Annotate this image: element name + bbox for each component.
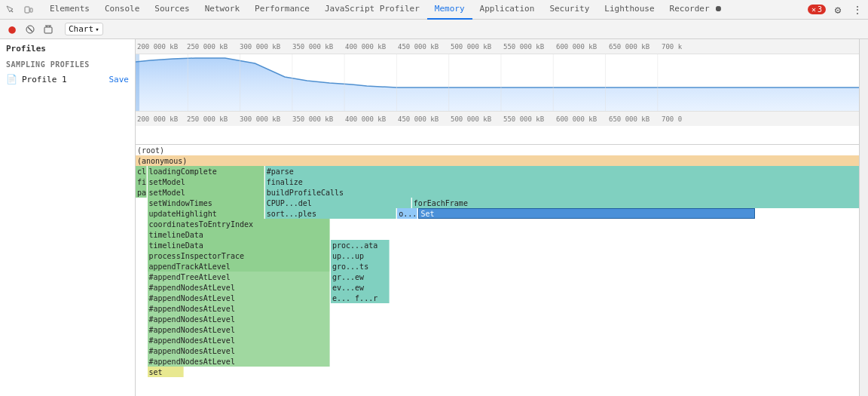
flame-cell-9-0[interactable]: timelineData	[148, 240, 331, 250]
ruler-label-0: 200 000 kB	[137, 43, 178, 51]
flame-cell-2-2[interactable]: #parse	[265, 166, 859, 177]
flame-cell-6-1[interactable]: sort...ples	[265, 208, 397, 219]
flame-row-5: setWindowTimesCPUP...delforEachFrame	[136, 198, 859, 208]
svg-rect-1	[30, 8, 32, 12]
record-button[interactable]: ●	[5, 22, 20, 37]
flame-cell-13-0[interactable]: #appendNodesAtLevel	[148, 282, 331, 293]
flame-cell-14-0[interactable]: #appendNodesAtLevel	[148, 293, 331, 303]
flame-row-15: #appendNodesAtLevel	[136, 303, 859, 314]
vertical-scrollbar[interactable]	[859, 39, 868, 396]
flame-row-3: fin...cesetModelfinalize	[136, 177, 859, 187]
flame-cell-8-0[interactable]: timelineData	[148, 229, 331, 240]
chart-type-select[interactable]: Chart ▾	[65, 23, 103, 35]
profile-item[interactable]: 📄 Profile 1 Save	[0, 71, 135, 87]
flame-row-16: #appendNodesAtLevel	[136, 314, 859, 324]
tab-console[interactable]: Console	[97, 0, 147, 20]
flame-cell-1-0[interactable]: (anonymous)	[136, 155, 859, 166]
flame-cell-4-1[interactable]: setModel	[148, 187, 264, 198]
timeline-area: 200 000 kB 250 000 kB 300 000 kB 350 000…	[136, 39, 859, 145]
ruler-bottom-6: 500 000 kB	[451, 115, 491, 123]
svg-line-3	[28, 27, 32, 32]
flame-cell-14-1[interactable]: e... f...r	[331, 293, 390, 303]
tab-elements[interactable]: Elements	[42, 0, 97, 20]
flame-cell-15-0[interactable]: #appendNodesAtLevel	[148, 303, 331, 314]
flame-cell-2-0[interactable]: close	[136, 166, 147, 177]
flame-cell-9-1[interactable]: proc...ata	[331, 240, 390, 250]
flame-cell-19-0[interactable]: #appendNodesAtLevel	[148, 345, 331, 356]
flame-cell-3-0[interactable]: fin...ce	[136, 177, 147, 187]
flame-cell-13-1[interactable]: ev...ew	[331, 282, 390, 293]
flame-cell-4-0[interactable]: pa...at	[136, 187, 147, 198]
flame-row-19: #appendNodesAtLevel	[136, 345, 859, 356]
flame-cell-5-1[interactable]: CPUP...del	[265, 198, 411, 208]
device-toolbar-icon[interactable]	[21, 2, 36, 17]
tab-recorder[interactable]: Recorder ⏺	[662, 0, 731, 20]
flame-cell-7-0[interactable]: coordinatesToEntryIndex	[148, 219, 331, 229]
error-badge[interactable]: ✕ 3	[808, 5, 826, 14]
timeline-chart[interactable]	[136, 54, 859, 111]
flame-cell-3-1[interactable]: setModel	[148, 177, 264, 187]
ruler-bottom-3: 350 000 kB	[292, 115, 333, 123]
tab-javascript-profiler[interactable]: JavaScript Profiler	[317, 0, 427, 20]
flame-cell-17-0[interactable]: #appendNodesAtLevel	[148, 324, 331, 335]
ruler-bottom-0: 200 000 kB	[137, 115, 178, 123]
flame-cell-2-1[interactable]: loadingComplete	[148, 166, 264, 177]
flame-cell-0-0[interactable]: (root)	[136, 145, 859, 155]
main-layout: Profiles SAMPLING PROFILES 📄 Profile 1 S…	[0, 39, 868, 396]
tab-security[interactable]: Security	[542, 0, 597, 20]
flame-cell-6-0[interactable]: updateHighlight	[148, 208, 264, 219]
flame-cell-10-1[interactable]: up...up	[331, 250, 390, 261]
top-navigation-bar: Elements Console Sources Network Perform…	[0, 0, 868, 20]
flame-row-9: timelineDataproc...ata	[136, 240, 859, 250]
more-options-icon[interactable]: ⋮	[850, 2, 865, 17]
flame-cell-3-2[interactable]: finalize	[265, 177, 859, 187]
ruler-bottom-7: 550 000 kB	[503, 115, 544, 123]
flame-cell-12-1[interactable]: gr...ew	[331, 272, 390, 282]
flame-cell-10-0[interactable]: processInspectorTrace	[148, 250, 331, 261]
flame-cell-11-0[interactable]: appendTrackAtLevel	[148, 261, 331, 272]
sidebar-title: Profiles	[0, 39, 135, 58]
memory-sub-toolbar: ● Chart ▾	[0, 20, 868, 39]
chart-select-label: Chart	[69, 24, 93, 34]
flame-cell-5-0[interactable]: setWindowTimes	[148, 198, 264, 208]
ruler-bottom-10: 700 0	[662, 115, 682, 123]
save-button[interactable]: Save	[109, 75, 130, 84]
flamechart-area[interactable]: (root)(anonymous)closeloadingComplete#pa…	[136, 145, 859, 396]
inspect-element-icon[interactable]	[3, 2, 18, 17]
flame-row-0: (root)	[136, 145, 859, 155]
flame-cell-12-0[interactable]: #appendTreeAtLevel	[148, 272, 331, 282]
tab-memory[interactable]: Memory	[427, 0, 472, 20]
svg-rect-0	[25, 7, 29, 13]
stop-recording-button[interactable]	[23, 22, 38, 37]
flame-cell-16-0[interactable]: #appendNodesAtLevel	[148, 314, 331, 324]
flame-row-18: #appendNodesAtLevel	[136, 335, 859, 345]
flame-cell-4-2[interactable]: buildProfileCalls	[265, 187, 859, 198]
settings-icon[interactable]: ⚙	[830, 2, 845, 17]
tab-lighthouse[interactable]: Lighthouse	[597, 0, 662, 20]
tab-sources[interactable]: Sources	[147, 0, 197, 20]
profile-icon: 📄	[6, 74, 17, 84]
tab-network[interactable]: Network	[197, 0, 247, 20]
flame-cell-20-0[interactable]: #appendNodesAtLevel	[148, 356, 331, 367]
flamechart-rows: (root)(anonymous)closeloadingComplete#pa…	[136, 145, 859, 377]
tab-performance[interactable]: Performance	[247, 0, 317, 20]
flame-row-11: appendTrackAtLevelgro...ts	[136, 261, 859, 272]
flame-cell-21-0[interactable]: set	[148, 367, 185, 377]
flame-row-21: set	[136, 367, 859, 377]
ruler-label-5: 450 000 kB	[398, 43, 439, 51]
flame-row-6: updateHighlightsort...pleso...kSet	[136, 208, 859, 219]
ruler-label-7: 550 000 kB	[503, 43, 544, 51]
ruler-bottom-2: 300 000 kB	[240, 115, 280, 123]
clear-button[interactable]	[41, 22, 56, 37]
ruler-label-9: 650 000 kB	[609, 43, 649, 51]
flame-cell-18-0[interactable]: #appendNodesAtLevel	[148, 335, 331, 345]
ruler-bottom-8: 600 000 kB	[556, 115, 597, 123]
flame-cell-6-2[interactable]: o...k	[397, 208, 417, 219]
flame-cell-5-2[interactable]: forEachFrame	[412, 198, 859, 208]
flame-cell-11-1[interactable]: gro...ts	[331, 261, 390, 272]
ruler-label-3: 350 000 kB	[292, 43, 333, 51]
ruler-bottom-5: 450 000 kB	[398, 115, 439, 123]
tab-application[interactable]: Application	[472, 0, 542, 20]
flame-cell-6-3[interactable]: Set	[418, 208, 754, 219]
top-bar-right: ✕ 3 ⚙ ⋮	[808, 2, 865, 17]
